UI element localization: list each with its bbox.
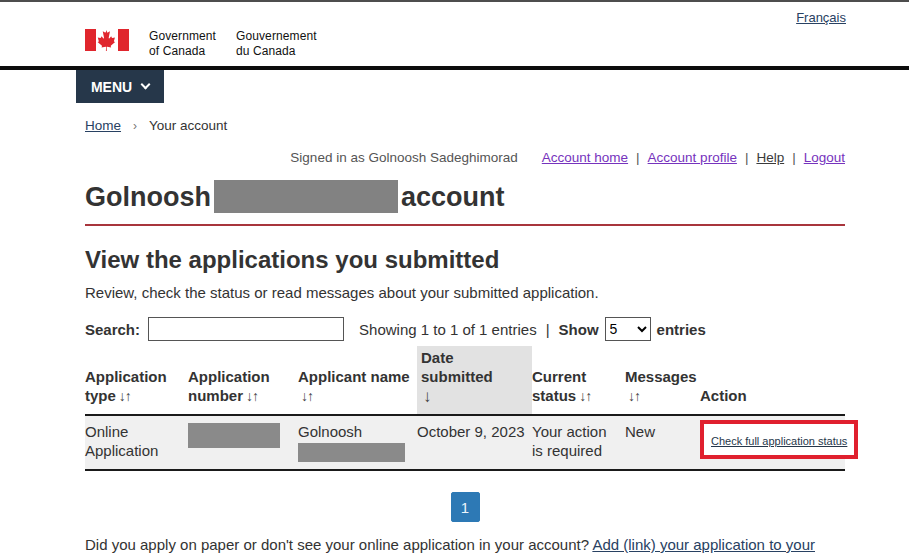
cell-action: Check full application status	[700, 415, 845, 471]
cell-applicant-name: Golnoosh	[298, 415, 417, 471]
paper-application-note: Did you apply on paper or don't see your…	[85, 534, 860, 559]
government-wordmark-fr: Gouvernement du Canada	[236, 29, 317, 58]
search-input[interactable]	[148, 317, 344, 341]
redaction-box	[214, 180, 398, 213]
redaction-box	[188, 423, 280, 448]
cell-application-number	[188, 415, 298, 471]
main-content: Golnooshaccount View the applications yo…	[85, 180, 845, 559]
page-length-select[interactable]: 5	[605, 317, 651, 341]
site-header: Français Government of Canada Gouverneme…	[0, 2, 909, 66]
section-heading: View the applications you submitted	[85, 246, 845, 274]
pagination-page-1-button[interactable]: 1	[451, 492, 480, 522]
check-full-application-status-link[interactable]: Check full application status	[711, 435, 847, 447]
show-label: Show	[559, 321, 599, 338]
cell-messages: New	[625, 415, 700, 471]
highlight-annotation-box: Check full application status	[700, 420, 858, 460]
section-description: Review, check the status or read message…	[85, 284, 845, 301]
account-home-link[interactable]: Account home	[542, 150, 628, 165]
link-separator: |	[636, 150, 640, 165]
breadcrumb-current: Your account	[149, 118, 227, 133]
breadcrumb-home-link[interactable]: Home	[85, 118, 121, 133]
signed-in-text: Signed in as Golnoosh Sadeghimorad	[290, 150, 517, 165]
search-label: Search:	[85, 321, 140, 338]
cell-date-submitted: October 9, 2023	[417, 415, 532, 471]
account-profile-link[interactable]: Account profile	[648, 150, 737, 165]
sort-descending-icon: ↓	[423, 388, 526, 405]
sort-both-icon: ↓↑	[301, 388, 313, 404]
column-header-action: Action	[700, 346, 845, 415]
column-header-date-submitted[interactable]: Date submitted↓	[417, 346, 532, 415]
cell-current-status: Your action is required	[532, 415, 625, 471]
government-wordmark-en: Government of Canada	[149, 29, 216, 58]
language-toggle-link[interactable]: Français	[796, 10, 846, 25]
menu-button-label: MENU	[91, 79, 132, 95]
table-controls: Search: Showing 1 to 1 of 1 entries | Sh…	[85, 317, 845, 341]
sort-both-icon: ↓↑	[246, 388, 258, 404]
chevron-down-icon	[141, 80, 151, 90]
page-title: Golnooshaccount	[85, 180, 845, 226]
government-of-canada-signature: Government of Canada Gouvernement du Can…	[85, 2, 909, 58]
logout-link[interactable]: Logout	[804, 150, 845, 165]
column-header-messages[interactable]: Messages ↓↑	[625, 346, 700, 415]
column-header-applicant-name[interactable]: Applicant name ↓↑	[298, 346, 417, 415]
sort-both-icon: ↓↑	[579, 388, 591, 404]
sort-both-icon: ↓↑	[628, 388, 640, 404]
controls-separator: |	[546, 321, 550, 338]
sort-both-icon: ↓↑	[119, 388, 131, 404]
entries-info: Showing 1 to 1 of 1 entries	[359, 321, 537, 338]
session-bar: Signed in as Golnoosh Sadeghimorad Accou…	[0, 150, 845, 165]
entries-label: entries	[657, 321, 706, 338]
canada-flag-icon	[85, 29, 129, 51]
breadcrumb-separator: ›	[133, 119, 137, 133]
column-header-current-status[interactable]: Current status↓↑	[532, 346, 625, 415]
column-header-application-number[interactable]: Application number↓↑	[188, 346, 298, 415]
applications-table: Application type↓↑ Application number↓↑ …	[85, 346, 845, 471]
application-row: Online Application Golnoosh October 9, 2…	[85, 415, 845, 471]
column-header-application-type[interactable]: Application type↓↑	[85, 346, 188, 415]
link-separator: |	[745, 150, 749, 165]
help-link[interactable]: Help	[756, 150, 784, 165]
table-header-row: Application type↓↑ Application number↓↑ …	[85, 346, 845, 415]
redaction-box	[298, 443, 405, 462]
cell-application-type: Online Application	[85, 415, 188, 471]
menu-button[interactable]: MENU	[76, 70, 164, 103]
link-separator: |	[792, 150, 796, 165]
pagination: 1	[85, 492, 845, 522]
breadcrumb: Home › Your account	[85, 118, 909, 133]
